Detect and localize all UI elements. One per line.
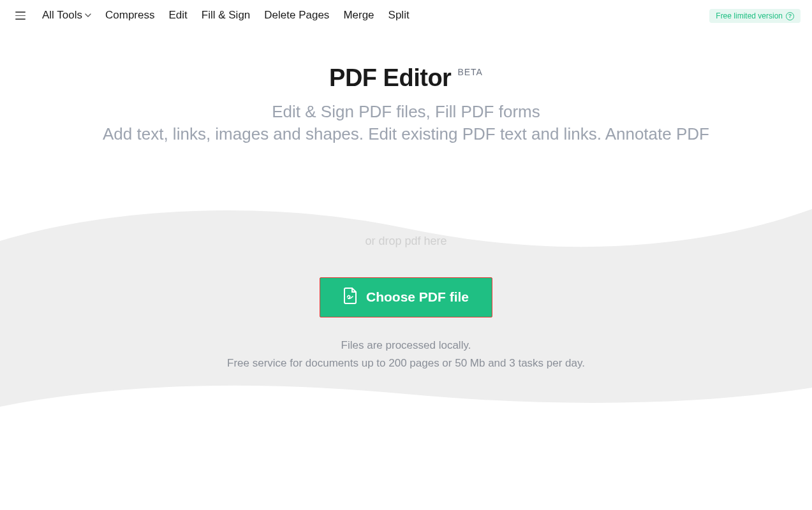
nav-compress[interactable]: Compress	[105, 9, 154, 22]
choose-pdf-button[interactable]: Choose PDF file	[320, 277, 492, 317]
page-title: PDF Editor	[329, 64, 451, 92]
upload-section: or drop pdf here Choose PDF file Files a…	[0, 184, 812, 372]
nav-edit[interactable]: Edit	[168, 9, 187, 22]
page-subtitle: Edit & Sign PDF files, Fill PDF forms Ad…	[0, 101, 812, 145]
version-badge[interactable]: Free limited version ?	[709, 9, 801, 23]
subtitle-line-1: Edit & Sign PDF files, Fill PDF forms	[0, 101, 812, 123]
nav-fill-sign[interactable]: Fill & Sign	[202, 9, 251, 22]
chevron-down-icon	[85, 12, 91, 18]
pdf-file-icon	[343, 288, 357, 307]
title-wrap: PDF Editor BETA	[329, 64, 483, 92]
nav-merge[interactable]: Merge	[343, 9, 374, 22]
hamburger-menu-icon[interactable]	[13, 9, 28, 22]
top-nav: All Tools Compress Edit Fill & Sign Dele…	[0, 0, 812, 31]
version-badge-label: Free limited version	[716, 11, 783, 20]
subtitle-line-2: Add text, links, images and shapes. Edit…	[0, 123, 812, 145]
hero-section: PDF Editor BETA Edit & Sign PDF files, F…	[0, 31, 812, 145]
nav-all-tools[interactable]: All Tools	[42, 9, 91, 22]
choose-pdf-button-label: Choose PDF file	[366, 289, 469, 305]
nav-all-tools-label: All Tools	[42, 9, 82, 22]
info-line-1: Files are processed locally.	[0, 337, 812, 354]
info-line-2: Free service for documents up to 200 pag…	[0, 354, 812, 372]
drop-hint: or drop pdf here	[0, 184, 812, 248]
choose-button-wrap: Choose PDF file	[0, 277, 812, 317]
beta-tag: BETA	[457, 67, 483, 77]
nav-split[interactable]: Split	[388, 9, 410, 22]
upload-info: Files are processed locally. Free servic…	[0, 337, 812, 372]
help-icon: ?	[786, 12, 794, 20]
nav-delete-pages[interactable]: Delete Pages	[264, 9, 329, 22]
